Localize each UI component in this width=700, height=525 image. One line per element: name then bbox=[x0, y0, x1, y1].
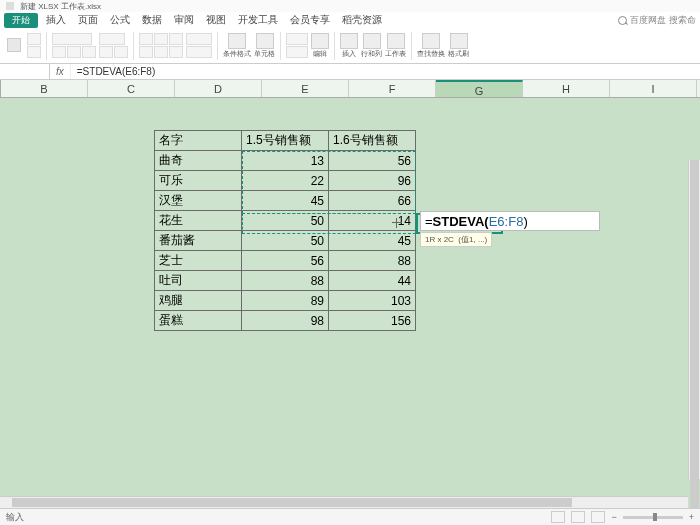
font-family[interactable] bbox=[52, 33, 92, 45]
menu-start[interactable]: 开始 bbox=[4, 13, 38, 28]
table-row: 番茄酱5045 bbox=[155, 231, 416, 251]
align-center-button[interactable] bbox=[154, 33, 168, 45]
menu-formula[interactable]: 公式 bbox=[106, 13, 134, 27]
find-icon bbox=[422, 33, 440, 49]
menu-review[interactable]: 审阅 bbox=[170, 13, 198, 27]
table-row: 蛋糕98156 bbox=[155, 311, 416, 331]
col-header-F[interactable]: F bbox=[349, 80, 436, 97]
status-mode: 输入 bbox=[6, 511, 24, 524]
table-row: 汉堡4566 bbox=[155, 191, 416, 211]
formula-overlay[interactable]: =STDEVA(E6:F8) bbox=[420, 211, 600, 231]
rowcol-button[interactable]: 行和列 bbox=[361, 33, 382, 59]
valign-top-button[interactable] bbox=[139, 46, 153, 58]
font-size[interactable] bbox=[99, 33, 125, 45]
menu-search[interactable]: 百度网盘 搜索命 bbox=[618, 14, 696, 27]
cond-format-button[interactable]: 条件格式 bbox=[223, 33, 251, 59]
table-row: 曲奇1356 bbox=[155, 151, 416, 171]
col-header-B[interactable]: B bbox=[1, 80, 88, 97]
fill-color-button[interactable] bbox=[114, 46, 128, 58]
format-button[interactable]: 编辑 bbox=[311, 33, 329, 59]
fx-label[interactable]: fx bbox=[50, 64, 71, 79]
zoom-out-button[interactable]: − bbox=[611, 512, 616, 522]
col-header-E[interactable]: E bbox=[262, 80, 349, 97]
menu-view[interactable]: 视图 bbox=[202, 13, 230, 27]
valign-bot-button[interactable] bbox=[169, 46, 183, 58]
title-bar: 新建 XLSX 工作表.xlsx bbox=[0, 0, 700, 12]
find-button[interactable]: 查找替换 bbox=[417, 33, 445, 59]
app-icon bbox=[6, 2, 14, 10]
menu-resource[interactable]: 稻壳资源 bbox=[338, 13, 386, 27]
data-table[interactable]: 名字 1.5号销售额 1.6号销售额 曲奇1356 可乐2296 汉堡4566 … bbox=[154, 130, 416, 331]
format-icon bbox=[311, 33, 329, 49]
painter-button[interactable]: 格式刷 bbox=[448, 33, 469, 59]
view-normal-button[interactable] bbox=[551, 511, 565, 523]
vertical-scrollbar[interactable] bbox=[688, 160, 700, 479]
insert-cells-button[interactable]: 插入 bbox=[340, 33, 358, 59]
underline-button[interactable] bbox=[82, 46, 96, 58]
col-header-C[interactable]: C bbox=[88, 80, 175, 97]
sum-button[interactable] bbox=[286, 33, 308, 45]
painter-icon bbox=[450, 33, 468, 49]
wrap-button[interactable] bbox=[186, 33, 212, 45]
hdr-name[interactable]: 名字 bbox=[155, 131, 242, 151]
table-row: 吐司8844 bbox=[155, 271, 416, 291]
view-break-button[interactable] bbox=[591, 511, 605, 523]
status-bar: 输入 − + bbox=[0, 508, 700, 525]
column-headers: B C D E F G H I bbox=[0, 80, 700, 98]
menu-data[interactable]: 数据 bbox=[138, 13, 166, 27]
formula-input[interactable]: =STDEVA(E6:F8) bbox=[71, 64, 700, 79]
zoom-slider[interactable] bbox=[623, 516, 683, 519]
bold-button[interactable] bbox=[52, 46, 66, 58]
name-box[interactable] bbox=[0, 64, 50, 79]
table-header-row: 名字 1.5号销售额 1.6号销售额 bbox=[155, 131, 416, 151]
paste-icon bbox=[7, 38, 21, 52]
document-title: 新建 XLSX 工作表.xlsx bbox=[20, 1, 101, 12]
horizontal-scrollbar[interactable] bbox=[0, 496, 688, 508]
scroll-thumb[interactable] bbox=[12, 498, 572, 507]
align-right-button[interactable] bbox=[169, 33, 183, 45]
hdr-v1[interactable]: 1.5号销售额 bbox=[242, 131, 329, 151]
cell-style-icon bbox=[256, 33, 274, 49]
selection-size-hint: 1R x 2C (值1, ...) bbox=[420, 232, 492, 247]
valign-mid-button[interactable] bbox=[154, 46, 168, 58]
cond-format-icon bbox=[228, 33, 246, 49]
worksheet-button[interactable]: 工作表 bbox=[385, 33, 406, 59]
menu-bar: 开始 插入 页面 公式 数据 审阅 视图 开发工具 会员专享 稻壳资源 百度网盘… bbox=[0, 12, 700, 28]
zoom-in-button[interactable]: + bbox=[689, 512, 694, 522]
table-row: 鸡腿89103 bbox=[155, 291, 416, 311]
worksheet-icon bbox=[387, 33, 405, 49]
hdr-v2[interactable]: 1.6号销售额 bbox=[329, 131, 416, 151]
col-header-D[interactable]: D bbox=[175, 80, 262, 97]
insert-icon bbox=[340, 33, 358, 49]
formula-bar: fx =STDEVA(E6:F8) bbox=[0, 64, 700, 80]
ribbon: 条件格式 单元格 编辑 插入 行和列 工作表 查找替换 格式刷 bbox=[0, 28, 700, 64]
col-header-I[interactable]: I bbox=[610, 80, 697, 97]
merge-button[interactable] bbox=[186, 46, 212, 58]
italic-button[interactable] bbox=[67, 46, 81, 58]
scroll-thumb[interactable] bbox=[690, 160, 699, 508]
menu-member[interactable]: 会员专享 bbox=[286, 13, 334, 27]
align-left-button[interactable] bbox=[139, 33, 153, 45]
menu-page[interactable]: 页面 bbox=[74, 13, 102, 27]
search-placeholder: 百度网盘 搜索命 bbox=[630, 14, 696, 27]
table-row: 花生5014 bbox=[155, 211, 416, 231]
spreadsheet-grid[interactable]: B C D E F G H I 名字 1.5号销售额 1.6号销售额 曲奇135… bbox=[0, 80, 700, 508]
table-row: 芝士5688 bbox=[155, 251, 416, 271]
fill-button[interactable] bbox=[286, 46, 308, 58]
menu-devtools[interactable]: 开发工具 bbox=[234, 13, 282, 27]
cut-button[interactable] bbox=[27, 33, 41, 45]
col-header-G[interactable]: G bbox=[436, 80, 523, 97]
font-color-button[interactable] bbox=[99, 46, 113, 58]
paste-button[interactable] bbox=[4, 32, 24, 60]
table-row: 可乐2296 bbox=[155, 171, 416, 191]
col-header-H[interactable]: H bbox=[523, 80, 610, 97]
rowcol-icon bbox=[363, 33, 381, 49]
view-layout-button[interactable] bbox=[571, 511, 585, 523]
copy-button[interactable] bbox=[27, 46, 41, 58]
cell-style-button[interactable]: 单元格 bbox=[254, 33, 275, 59]
menu-insert[interactable]: 插入 bbox=[42, 13, 70, 27]
search-icon bbox=[618, 16, 627, 25]
